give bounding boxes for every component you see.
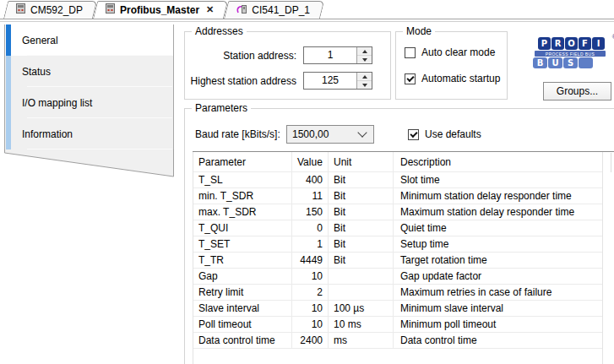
- spin-down-icon[interactable]: [357, 56, 372, 63]
- parameter-table: Parameter Value Unit Description T_SL400…: [193, 152, 603, 364]
- table-row[interactable]: max. T_SDR150BitMaximum station delay re…: [193, 204, 602, 220]
- cell-description: Setup time: [394, 236, 602, 252]
- profibus-logo: ® PROFI PROCESS FIELD BUS BUS: [538, 37, 612, 68]
- baud-rate-dropdown[interactable]: 1500,00: [286, 125, 374, 144]
- mode-group-label: Mode: [403, 25, 435, 37]
- tab-ci541-dp-1[interactable]: CI541_DP_1: [224, 1, 320, 19]
- tabbar-divider: [0, 19, 614, 19]
- spin-down-icon[interactable]: [357, 81, 372, 89]
- cell-description: Quiet time: [394, 220, 602, 236]
- automatic-startup-checkbox[interactable]: [405, 73, 416, 84]
- sidebar-accent-bar: [6, 118, 11, 149]
- logo-letter-tile: O: [565, 37, 578, 50]
- table-corner-divider: [611, 153, 611, 172]
- cell-unit: 100 µs: [329, 301, 394, 316]
- cell-parameter: T_TR: [193, 253, 292, 268]
- sidebar-item-status[interactable]: Status: [4, 56, 174, 87]
- cell-unit: Bit: [329, 220, 394, 236]
- highest-station-address-label: Highest station address: [185, 75, 296, 87]
- cell-value[interactable]: 10: [292, 301, 329, 316]
- sidebar-item-label: General: [22, 35, 58, 46]
- cell-parameter: max. T_SDR: [193, 204, 292, 220]
- table-row[interactable]: T_TR4449BitTarget rotation time: [193, 253, 602, 269]
- spin-up-icon[interactable]: [357, 47, 372, 56]
- cell-value[interactable]: 11: [292, 188, 329, 204]
- document-tab-bar: CM592_DP Profibus_Master ✕ CI541_DP_1: [0, 0, 614, 19]
- profibus-logo-top: ® PROFI: [538, 37, 612, 50]
- use-defaults-checkbox[interactable]: [408, 129, 419, 140]
- cell-unit: Bit: [329, 204, 394, 220]
- cell-unit: Bit: [329, 253, 394, 268]
- logo-letter-tile: I: [592, 37, 605, 50]
- column-header-unit[interactable]: Unit: [329, 152, 394, 171]
- mode-group: Mode Auto clear mode Automatic startup: [395, 31, 508, 100]
- cell-unit: [329, 285, 394, 300]
- cell-parameter: Slave interval: [193, 301, 292, 316]
- cell-parameter: Poll timeout: [193, 317, 292, 332]
- table-row[interactable]: Data control time2400msData control time: [193, 333, 602, 349]
- table-row[interactable]: min. T_SDR11BitMinimum station delay res…: [193, 188, 602, 204]
- cell-unit: ms: [329, 333, 394, 348]
- column-header-parameter[interactable]: Parameter: [193, 152, 292, 171]
- cell-value[interactable]: 4449: [292, 253, 329, 268]
- cell-parameter: T_SET: [193, 236, 292, 252]
- spin-up-icon[interactable]: [357, 73, 372, 81]
- cell-value[interactable]: 150: [292, 204, 329, 220]
- highest-station-address-value[interactable]: 125: [304, 73, 356, 89]
- table-row[interactable]: T_SL400BitSlot time: [193, 172, 602, 188]
- sidebar-item-io-mapping-list[interactable]: I/O mapping list: [4, 87, 174, 118]
- auto-clear-mode-checkbox[interactable]: [405, 47, 416, 58]
- profibus-logo-band: PROCESS FIELD BUS: [535, 51, 606, 57]
- highest-station-address-spinner[interactable]: 125: [303, 72, 372, 90]
- table-row[interactable]: Gap10Gap update factor: [193, 269, 602, 285]
- groups-button-label: Groups...: [557, 85, 598, 97]
- cell-value[interactable]: 10: [292, 317, 329, 332]
- editor-sidebar: General Status I/O mapping list Informat…: [4, 24, 174, 149]
- close-icon[interactable]: ✕: [206, 5, 214, 14]
- logo-letter-tile: [579, 57, 593, 68]
- cell-value[interactable]: 400: [292, 172, 329, 187]
- column-header-description[interactable]: Description: [394, 152, 602, 171]
- param-table-body: T_SL400BitSlot timemin. T_SDR11BitMinimu…: [193, 172, 602, 349]
- panel-top-divider: [0, 21, 614, 22]
- station-address-value[interactable]: 1: [304, 47, 356, 63]
- cell-parameter: T_SL: [193, 172, 292, 187]
- cell-value[interactable]: 2: [292, 285, 329, 300]
- cell-value[interactable]: 0: [292, 220, 329, 236]
- baud-rate-value: 1500,00: [287, 128, 359, 140]
- logo-letter-tile: U: [548, 57, 562, 68]
- tab-cm592-dp[interactable]: CM592_DP: [3, 1, 93, 19]
- cell-description: Data control time: [394, 333, 602, 348]
- table-row[interactable]: T_SET1BitSetup time: [193, 236, 602, 253]
- device-cable-icon: [236, 3, 247, 17]
- groups-button[interactable]: Groups...: [543, 82, 611, 101]
- logo-letter-tile: F: [579, 37, 591, 50]
- cell-description: Minimum poll timeout: [394, 317, 602, 332]
- cell-value[interactable]: 2400: [292, 333, 329, 348]
- cell-value[interactable]: 1: [292, 236, 329, 252]
- cell-unit: 10 ms: [329, 317, 394, 332]
- cell-unit: Bit: [329, 236, 394, 252]
- station-address-spinner[interactable]: 1: [303, 46, 372, 64]
- table-header-row: Parameter Value Unit Description: [193, 152, 602, 172]
- automatic-startup-label: Automatic startup: [421, 73, 500, 84]
- cell-description: Target rotation time: [394, 253, 602, 268]
- cell-unit: Bit: [329, 188, 394, 204]
- station-address-label: Station address:: [185, 50, 296, 62]
- sidebar-slant-edge: [4, 149, 175, 182]
- table-row[interactable]: T_QUI0BitQuiet time: [193, 220, 602, 236]
- tab-profibus-master[interactable]: Profibus_Master ✕: [93, 1, 224, 19]
- table-row[interactable]: Poll timeout1010 msMinimum poll timeout: [193, 317, 602, 333]
- sidebar-item-label: Information: [22, 128, 73, 140]
- sidebar-accent-bar: [6, 87, 11, 118]
- sidebar-item-information[interactable]: Information: [4, 118, 174, 149]
- logo-letter-tile: R: [552, 37, 564, 50]
- column-header-value[interactable]: Value: [292, 152, 329, 171]
- cell-unit: Bit: [329, 172, 394, 187]
- table-row[interactable]: Retry limit2Maximum retries in case of f…: [193, 285, 602, 301]
- cell-value[interactable]: 10: [292, 269, 329, 284]
- table-row[interactable]: Slave interval10100 µsMinimum slave inte…: [193, 301, 602, 317]
- logo-letter-tile: S: [563, 57, 578, 68]
- cell-description: Gap update factor: [394, 269, 602, 284]
- sidebar-item-general[interactable]: General: [4, 24, 174, 56]
